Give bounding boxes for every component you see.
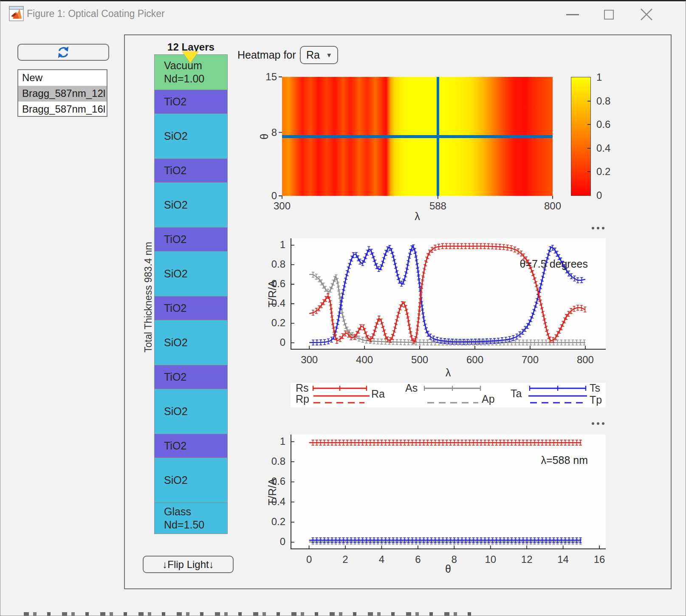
heatmap-quantity-dropdown[interactable]: Ra ▼ xyxy=(300,46,338,64)
layer-label: SiO2 xyxy=(164,474,227,487)
legend-entry-label: Ts xyxy=(590,382,600,394)
coating-layer[interactable]: TiO2 xyxy=(154,90,228,114)
colorbar-tick-label: 0.8 xyxy=(596,95,610,107)
minimize-button[interactable] xyxy=(560,6,585,23)
plot-annotation: λ=588 nm xyxy=(541,454,588,466)
legend-entry-label: Tp xyxy=(590,394,602,406)
colorbar-tick xyxy=(587,171,590,172)
coating-layer[interactable]: TiO2 xyxy=(154,227,228,251)
preset-list-item[interactable]: New xyxy=(18,70,107,86)
layer-label: TiO2 xyxy=(164,95,227,108)
layer-label: TiO2 xyxy=(164,302,227,315)
figure-window: Figure 1: Optical Coating Picker NewBrag… xyxy=(0,0,686,616)
y-tick-label: 15 xyxy=(251,71,277,83)
refresh-icon xyxy=(56,45,71,59)
heatmap-for-label: Heatmap for : xyxy=(237,49,302,61)
legend-entry-label: Ap xyxy=(482,393,495,405)
legend-entry-label: Rp xyxy=(296,393,309,405)
colorbar: 00.20.40.60.81 xyxy=(571,77,591,196)
legend-line-sample-errorbar xyxy=(312,384,368,392)
light-direction-marker-icon[interactable] xyxy=(182,51,198,63)
layer-label: TiO2 xyxy=(164,439,227,452)
colorbar-tick xyxy=(587,101,590,102)
coating-layer[interactable]: SiO2 xyxy=(154,251,228,297)
plot-legend: RsRaRpAsApTsTaTp xyxy=(291,383,606,407)
y-tick-label: 1 xyxy=(260,239,285,251)
y-tick-label: 0 xyxy=(251,190,277,202)
layer-label: TiO2 xyxy=(164,164,227,177)
minimize-icon xyxy=(566,14,579,15)
legend-entry-label: Ta xyxy=(511,387,522,400)
close-button[interactable] xyxy=(634,6,659,23)
total-thickness-label: Total Thickness 983.4 nm xyxy=(143,212,154,382)
legend-entry-label: Ra xyxy=(371,388,385,400)
maximize-icon xyxy=(604,10,614,20)
legend-entry-label: Rs xyxy=(296,382,309,394)
spectrum-xlabel: λ xyxy=(291,367,606,379)
legend-entry-label: As xyxy=(405,382,418,394)
colorbar-tick-label: 0.4 xyxy=(596,142,610,154)
matlab-logo-icon xyxy=(9,6,24,23)
x-tick-label: 700 xyxy=(517,354,543,366)
layer-label: SiO2 xyxy=(164,267,227,280)
coating-layer[interactable]: TiO2 xyxy=(154,365,228,389)
refresh-button[interactable] xyxy=(17,44,109,61)
legend-line-sample-errorbar xyxy=(423,384,482,392)
axes-options-button[interactable] xyxy=(592,227,604,229)
colorbar-tick xyxy=(587,148,590,149)
layer-label: SiO2 xyxy=(164,405,227,418)
preset-list-item[interactable]: Bragg_587nm_16l xyxy=(18,102,107,117)
layer-index-label: Nd=1.50 xyxy=(164,518,227,531)
layer-label: TiO2 xyxy=(164,233,227,246)
preset-list-item[interactable]: Bragg_587nm_12l xyxy=(18,86,107,102)
heatmap-canvas[interactable]: 3005888000815 xyxy=(282,77,553,196)
coating-layer[interactable]: SiO2 xyxy=(154,389,228,434)
legend-line-sample-errorbar xyxy=(528,384,587,392)
chevron-down-icon: ▼ xyxy=(326,51,332,59)
legend-group-reflectance: RsRaRp xyxy=(296,383,387,407)
heatmap-xlabel: λ xyxy=(282,210,553,223)
x-tick-label: 500 xyxy=(407,354,432,366)
layer-label: Glass xyxy=(164,505,227,518)
layer-label: SiO2 xyxy=(164,130,227,143)
coating-layer[interactable]: SiO2 xyxy=(154,182,228,228)
colorbar-tick xyxy=(587,124,590,125)
coating-layer[interactable]: SiO2 xyxy=(154,113,228,159)
angle-xlabel: θ xyxy=(291,563,606,575)
colorbar-tick-label: 0 xyxy=(596,189,602,201)
legend-group-transmission: TsTaTp xyxy=(511,383,606,407)
x-tick-label: 800 xyxy=(573,354,598,366)
y-tick-label: 0 xyxy=(260,336,285,348)
angle-ylabel: T/R/A xyxy=(266,458,279,526)
layer-label: SiO2 xyxy=(164,198,227,212)
coating-layer[interactable]: TiO2 xyxy=(154,296,228,320)
legend-line-sample-dashed xyxy=(530,399,584,407)
legend-line-sample-dashed xyxy=(427,399,478,407)
layer-index-label: Nd=1.00 xyxy=(164,72,227,85)
spectrum-ylabel: T/R/A xyxy=(266,260,279,328)
plot-annotation: θ=7.5 degrees xyxy=(519,258,588,270)
layer-label: TiO2 xyxy=(164,370,227,384)
preset-listbox[interactable]: NewBragg_587nm_12lBragg_587nm_16l xyxy=(17,69,107,117)
heatmap-ylabel: θ xyxy=(258,128,271,145)
coating-layer[interactable]: TiO2 xyxy=(154,158,228,183)
maximize-button[interactable] xyxy=(596,6,621,23)
coating-layer[interactable]: SiO2 xyxy=(154,320,228,365)
x-tick-label: 400 xyxy=(352,354,377,366)
colorbar-tick-label: 0.2 xyxy=(596,166,610,178)
close-icon xyxy=(639,7,654,22)
legend-line-sample-dashed xyxy=(313,399,364,407)
coating-layer[interactable]: TiO2 xyxy=(154,434,228,458)
x-tick-label: 300 xyxy=(296,354,322,366)
axes-options-button[interactable] xyxy=(592,422,604,425)
colorbar-tick-label: 0.6 xyxy=(596,119,610,130)
layer-stack: VacuumNd=1.00TiO2SiO2TiO2SiO2TiO2SiO2TiO… xyxy=(154,55,228,534)
window-title: Figure 1: Optical Coating Picker xyxy=(27,8,165,20)
angle-plot-canvas[interactable]: 024681012141600.20.40.60.81λ=588 nm xyxy=(291,435,606,549)
clipped-background-window-text xyxy=(24,612,474,616)
coating-layer[interactable]: SiO2 xyxy=(154,458,228,503)
coating-layer[interactable]: GlassNd=1.50 xyxy=(154,503,228,534)
legend-group-absorption: AsAp xyxy=(405,383,497,407)
spectrum-plot-canvas[interactable]: 30040050060070080000.20.40.60.81θ=7.5 de… xyxy=(291,238,606,350)
flip-light-button[interactable]: ↓Flip Light↓ xyxy=(143,556,234,573)
